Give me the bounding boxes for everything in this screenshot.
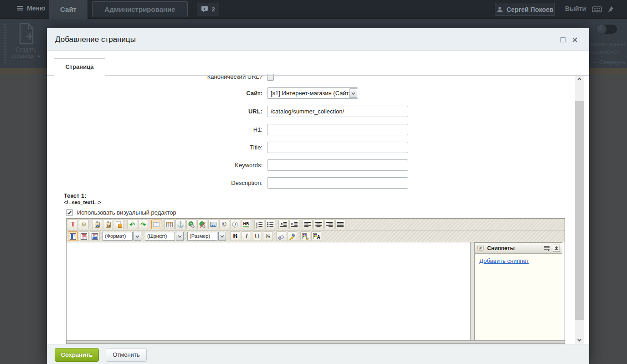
- background-color-icon[interactable]: A: [311, 231, 321, 241]
- toggle-knob: [596, 24, 607, 35]
- split-mode-icon[interactable]: [90, 231, 100, 241]
- add-page-dialog: Добавление страницы Страница Канонически…: [47, 28, 589, 364]
- visual-mode-icon[interactable]: [68, 231, 78, 241]
- insert-table-icon[interactable]: [164, 220, 175, 229]
- font-select-value: (Шрифт): [145, 232, 175, 241]
- site-select[interactable]: [s1] Интернет-магазин (Сайт: [267, 87, 358, 99]
- user-name: Сергей Покоев: [507, 6, 554, 13]
- save-button[interactable]: Сохранить: [55, 348, 99, 362]
- snippets-title: Сниппеты: [487, 245, 541, 251]
- editor-splitter[interactable]: [470, 242, 474, 341]
- svg-text:i: i: [204, 6, 205, 11]
- horizontal-rule-icon[interactable]: HR: [241, 220, 251, 229]
- indent-icon[interactable]: [289, 220, 299, 229]
- user-button[interactable]: Сергей Покоев: [495, 3, 555, 16]
- h1-input[interactable]: [267, 124, 408, 135]
- menu-button[interactable]: Меню: [16, 5, 45, 12]
- maximize-icon[interactable]: [560, 37, 565, 42]
- dialog-scrollbar[interactable]: [575, 75, 584, 344]
- insert-link-icon[interactable]: [186, 220, 196, 229]
- toolbar-drag-handle[interactable]: [3, 23, 7, 63]
- select-arrow-icon[interactable]: [134, 232, 141, 241]
- use-visual-editor-checkbox[interactable]: [66, 209, 73, 216]
- svg-text:#: #: [479, 246, 482, 251]
- paste-plain-text-icon[interactable]: Tx: [103, 220, 113, 229]
- top-bar: Меню Сайт Администрирование i 2 Сергей П…: [0, 0, 627, 19]
- dock-panel-icon[interactable]: [553, 245, 560, 251]
- undo-icon[interactable]: ↶: [127, 220, 137, 229]
- description-input[interactable]: [267, 177, 408, 189]
- use-visual-editor-label: Использовать визуальный редактор: [77, 209, 176, 216]
- align-justify-icon[interactable]: [335, 220, 345, 229]
- scroll-down-icon[interactable]: [575, 336, 584, 344]
- select-arrow-icon[interactable]: [349, 88, 357, 98]
- keywords-input[interactable]: [267, 159, 408, 171]
- strikethrough-icon[interactable]: S: [263, 231, 273, 241]
- pin-button[interactable]: [607, 5, 614, 15]
- size-select[interactable]: (Размер): [187, 232, 226, 241]
- hotkeys-button[interactable]: [592, 5, 602, 15]
- person-icon: [497, 6, 503, 13]
- cancel-button[interactable]: Отменить: [106, 348, 147, 362]
- editor-resize-bar[interactable]: [67, 340, 565, 343]
- create-page-icon: [17, 22, 35, 45]
- dialog-header[interactable]: Добавление страницы: [47, 28, 589, 51]
- anchor-icon[interactable]: ⚓: [175, 220, 185, 229]
- select-arrow-icon[interactable]: [218, 232, 226, 241]
- copyright-icon[interactable]: ©: [219, 220, 229, 229]
- ordered-list-icon[interactable]: 123: [254, 220, 264, 229]
- paste-from-word-icon[interactable]: W: [92, 220, 102, 229]
- align-left-icon[interactable]: [303, 220, 313, 229]
- select-all-icon[interactable]: [114, 220, 124, 229]
- description-label: Description:: [47, 177, 262, 189]
- svg-text:Tx: Tx: [107, 224, 110, 227]
- snippet-icon: #: [477, 245, 484, 251]
- editor-canvas[interactable]: [67, 242, 470, 341]
- insert-image-icon[interactable]: [208, 220, 218, 229]
- font-select[interactable]: (Шрифт): [145, 232, 184, 241]
- site-label: Сайт:: [47, 87, 262, 99]
- url-input[interactable]: [267, 106, 408, 117]
- outdent-icon[interactable]: [278, 220, 288, 229]
- collapse-toolbar-button[interactable]: Свернуть: [592, 59, 625, 66]
- text-color-icon[interactable]: [300, 231, 310, 241]
- eraser-icon[interactable]: [276, 231, 286, 241]
- show-borders-icon[interactable]: [151, 220, 161, 229]
- editor-toolbar-row1: T⚙WTx↶↷⚓©ƒHR123: [67, 219, 565, 231]
- snippets-header: # Сниппеты: [475, 243, 562, 254]
- create-page-button[interactable]: Создать страницу: [7, 22, 45, 66]
- format-select-value: (Формат): [103, 232, 133, 241]
- bold-icon[interactable]: B: [230, 231, 240, 241]
- remove-link-icon[interactable]: [197, 220, 207, 229]
- redo-icon[interactable]: ↷: [138, 220, 148, 229]
- scrollbar-thumb[interactable]: [575, 101, 584, 320]
- spellcheck-icon[interactable]: T: [68, 220, 78, 229]
- title-input[interactable]: [267, 142, 408, 153]
- add-snippet-link[interactable]: Добавить сниппет: [479, 257, 529, 264]
- size-select-value: (Размер): [187, 232, 217, 241]
- notifications-button[interactable]: i 2: [197, 3, 219, 16]
- settings-icon[interactable]: ⚙: [79, 220, 89, 229]
- edit-mode-toggle[interactable]: [596, 25, 617, 34]
- align-center-icon[interactable]: [314, 220, 324, 229]
- menu-label: Меню: [27, 5, 45, 12]
- select-arrow-icon[interactable]: [176, 232, 184, 241]
- tab-site[interactable]: Сайт: [49, 0, 87, 19]
- scroll-up-icon[interactable]: [575, 75, 584, 83]
- underline-icon[interactable]: U: [252, 231, 262, 241]
- flash-object-icon[interactable]: ƒ: [230, 220, 240, 229]
- format-select[interactable]: (Формат): [103, 232, 141, 241]
- tab-page[interactable]: Страница: [54, 58, 105, 76]
- format-brush-icon[interactable]: [287, 231, 297, 241]
- unordered-list-icon[interactable]: [265, 220, 275, 229]
- logout-button[interactable]: Выйти: [565, 5, 586, 12]
- svg-text:W: W: [96, 223, 100, 228]
- editor-toolbar-row2: (Формат)(Шрифт)(Размер)BIUSA: [67, 231, 565, 242]
- list-view-icon[interactable]: [544, 246, 550, 251]
- align-right-icon[interactable]: [324, 220, 334, 229]
- check-icon: [67, 210, 72, 215]
- close-icon[interactable]: [572, 36, 578, 45]
- code-mode-icon[interactable]: [79, 231, 89, 241]
- tab-administration[interactable]: Администрирование: [92, 1, 188, 17]
- italic-icon[interactable]: I: [241, 231, 251, 241]
